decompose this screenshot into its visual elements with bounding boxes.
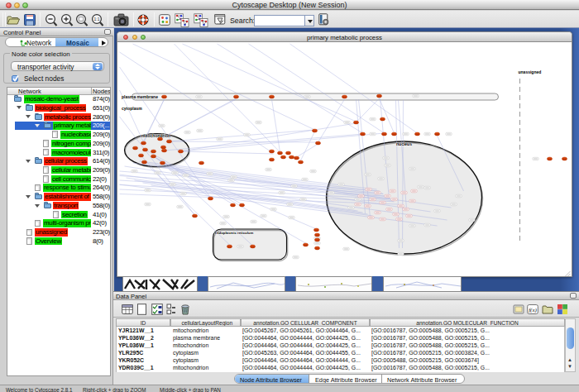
svg-text:nucleus: nucleus	[396, 141, 412, 146]
svg-text:endoplasmic reticulum: endoplasmic reticulum	[215, 231, 254, 235]
svg-text:cytoplasm: cytoplasm	[122, 106, 142, 111]
svg-text:plasma membrane: plasma membrane	[122, 94, 158, 99]
svg-text:f(x): f(x)	[529, 307, 537, 313]
svg-text:unassigned: unassigned	[519, 69, 542, 74]
svg-text:mitochondrion: mitochondrion	[141, 133, 170, 138]
svg-text:1:1: 1:1	[94, 17, 100, 22]
